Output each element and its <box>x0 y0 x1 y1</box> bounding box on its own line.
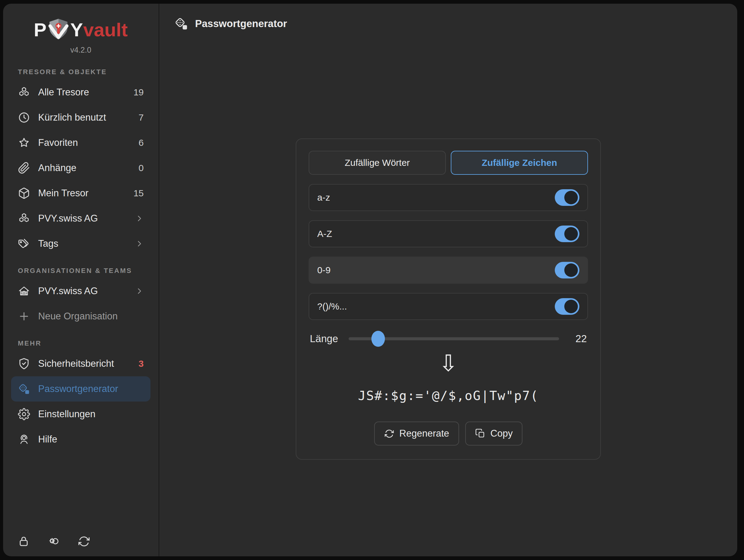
sidebar-item-label: Tags <box>38 238 58 249</box>
sidebar-nav: TRESORE & OBJEKTE Alle Tresore 19 Kürzli… <box>3 68 158 452</box>
sidebar-item-label: Kürzlich benutzt <box>38 112 106 123</box>
toggle-lowercase[interactable] <box>555 189 580 206</box>
sidebar-item-label: Einstellungen <box>38 409 96 420</box>
option-label: A-Z <box>317 229 332 239</box>
tags-icon <box>18 237 30 250</box>
item-count: 6 <box>139 138 144 148</box>
sidebar-item-alle-tresore[interactable]: Alle Tresore 19 <box>11 80 150 105</box>
app-version: v4.2.0 <box>3 45 158 54</box>
sidebar-footer <box>17 535 90 548</box>
sidebar-item-pvy-swiss-ag-org[interactable]: PVY.swiss AG <box>11 278 150 304</box>
star-icon <box>18 137 30 149</box>
generator-actions: Regenerate Copy <box>309 421 588 446</box>
cubes-icon <box>18 212 30 225</box>
copy-button[interactable]: Copy <box>465 421 522 446</box>
sidebar-item-hilfe[interactable]: Hilfe <box>11 427 150 452</box>
chevron-right-icon <box>135 239 144 248</box>
sidebar-item-neue-organisation[interactable]: Neue Organisation <box>11 304 150 329</box>
cubes-icon <box>18 86 30 99</box>
clock-icon <box>18 111 30 124</box>
toggle-knob <box>564 227 578 240</box>
sidebar-item-passwortgenerator[interactable]: Passwortgenerator <box>11 376 150 402</box>
sidebar-item-label: Hilfe <box>38 434 57 445</box>
cube-icon <box>18 187 30 199</box>
option-row-uppercase: A-Z <box>309 220 588 248</box>
item-count: 19 <box>134 87 144 98</box>
logo-mid: Y <box>70 20 83 39</box>
sidebar-item-label: Anhänge <box>38 162 76 174</box>
sidebar-item-pvy-swiss-ag-vault[interactable]: PVY.swiss AG <box>11 206 150 231</box>
section-label-organisationen: ORGANISATIONEN & TEAMS <box>11 267 150 275</box>
toggle-symbols[interactable] <box>555 298 580 315</box>
chevron-right-icon <box>135 287 144 295</box>
app-logo: P Y vault <box>3 18 158 42</box>
sidebar-item-mein-tresor[interactable]: Mein Tresor 15 <box>11 181 150 206</box>
toggle-knob <box>564 300 578 313</box>
toggle-knob <box>564 191 578 204</box>
sidebar-item-einstellungen[interactable]: Einstellungen <box>11 402 150 427</box>
plus-icon <box>18 310 30 323</box>
password-generator-card: Zufällige Wörter Zufällige Zeichen a-z A… <box>296 139 601 460</box>
sidebar-item-label: PVY.swiss AG <box>38 286 98 297</box>
length-label: Länge <box>310 333 338 345</box>
item-count: 15 <box>134 188 144 198</box>
paperclip-icon <box>18 162 30 174</box>
sidebar-item-tags[interactable]: Tags <box>11 231 150 256</box>
option-row-digits: 0-9 <box>309 257 588 284</box>
sidebar-item-favoriten[interactable]: Favoriten 6 <box>11 130 150 155</box>
generated-password: JS#:$g:='@/$,oG|Tw"p7( <box>309 388 588 403</box>
toggle-digits[interactable] <box>555 262 580 278</box>
tab-zufaellige-zeichen[interactable]: Zufällige Zeichen <box>451 151 588 175</box>
page-title: Passwortgenerator <box>195 18 287 30</box>
refresh-icon <box>384 428 395 439</box>
toggle-knob <box>564 263 578 277</box>
regenerate-button-label: Regenerate <box>399 428 449 439</box>
user-icon <box>18 433 30 446</box>
section-label-tresore: TRESORE & OBJEKTE <box>11 68 150 76</box>
sidebar-item-label: Mein Tresor <box>38 188 88 199</box>
copy-button-label: Copy <box>490 428 513 439</box>
length-slider[interactable] <box>348 337 559 340</box>
regenerate-button[interactable]: Regenerate <box>374 421 459 446</box>
item-count: 0 <box>139 163 144 173</box>
tab-zufaellige-woerter[interactable]: Zufällige Wörter <box>309 151 446 175</box>
sidebar-item-label: Neue Organisation <box>38 311 118 322</box>
shield-key-logo-icon <box>47 18 70 42</box>
toggle-uppercase[interactable] <box>555 226 580 242</box>
option-label: a-z <box>317 192 330 203</box>
sidebar-item-label: PVY.swiss AG <box>38 213 98 224</box>
theme-toggle-icon[interactable] <box>47 535 60 548</box>
sidebar-item-label: Alle Tresore <box>38 87 89 98</box>
sidebar-item-kuerzlich-benutzt[interactable]: Kürzlich benutzt 7 <box>11 105 150 130</box>
organization-icon <box>18 285 30 297</box>
sync-icon[interactable] <box>78 535 90 548</box>
alert-count-badge: 3 <box>139 359 144 369</box>
logo-prefix: P <box>34 20 47 39</box>
option-row-lowercase: a-z <box>309 184 588 211</box>
lock-icon[interactable] <box>17 535 30 548</box>
sidebar-item-label: Passwortgenerator <box>38 383 118 395</box>
dice-icon <box>174 16 188 31</box>
option-label: 0-9 <box>317 265 331 275</box>
sidebar-item-sicherheitsbericht[interactable]: Sicherheitsbericht 3 <box>11 351 150 376</box>
logo-brand: vault <box>83 20 128 39</box>
length-row: Länge 22 <box>309 333 588 345</box>
sidebar: P Y vault v4.2.0 TRESORE & OBJEKTE Alle … <box>3 4 159 556</box>
main-content: Passwortgenerator Zufällige Wörter Zufäl… <box>159 4 737 556</box>
length-slider-thumb[interactable] <box>371 331 385 347</box>
item-count: 7 <box>139 112 144 123</box>
option-row-symbols: ?()/%... <box>309 293 588 320</box>
arrow-down-icon: ⇩ <box>309 352 588 375</box>
page-header: Passwortgenerator <box>159 4 737 31</box>
copy-icon <box>475 428 486 439</box>
gear-icon <box>18 408 30 420</box>
section-label-mehr: MEHR <box>11 339 150 347</box>
shield-check-icon <box>18 358 30 370</box>
option-label: ?()/%... <box>317 301 347 312</box>
dice-icon <box>18 383 30 395</box>
length-value: 22 <box>569 333 587 345</box>
generator-mode-tabs: Zufällige Wörter Zufällige Zeichen <box>309 151 588 175</box>
sidebar-item-label: Favoriten <box>38 137 78 148</box>
sidebar-item-anhaenge[interactable]: Anhänge 0 <box>11 155 150 181</box>
chevron-right-icon <box>135 214 144 223</box>
